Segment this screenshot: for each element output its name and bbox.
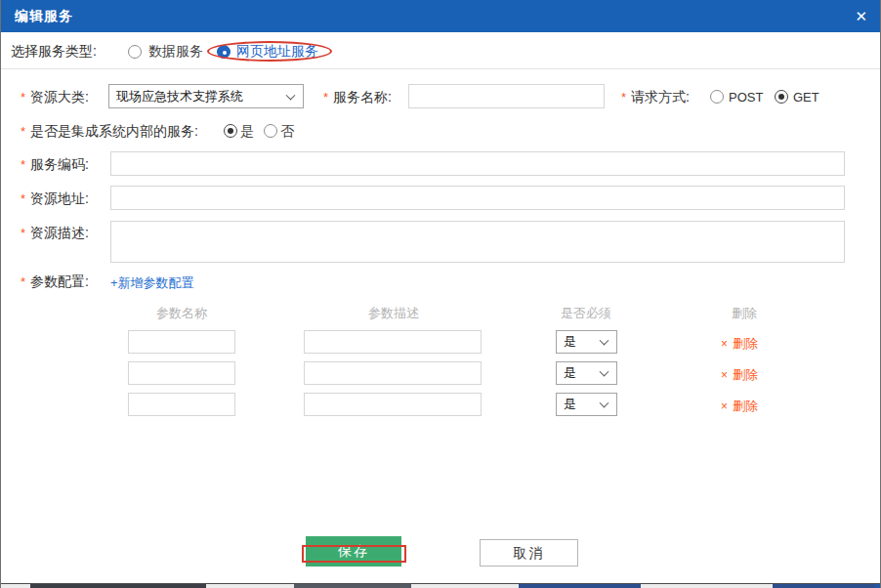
- param-description-input[interactable]: [304, 393, 482, 416]
- header-delete: 删除: [732, 305, 757, 322]
- service-type-label: 选择服务类型:: [11, 43, 97, 61]
- required-marker: *: [323, 90, 328, 105]
- required-marker: *: [21, 157, 25, 172]
- chevron-down-icon: [600, 367, 609, 377]
- param-required-select[interactable]: 是: [556, 393, 617, 416]
- delete-param-link[interactable]: ×删除: [721, 366, 758, 384]
- param-required-value: 是: [564, 396, 576, 413]
- resource-description-textarea[interactable]: [110, 221, 845, 263]
- param-name-input[interactable]: [128, 330, 235, 354]
- param-required-value: 是: [564, 333, 576, 351]
- save-button[interactable]: 保存: [306, 536, 401, 567]
- option-data-service[interactable]: 数据服务: [148, 43, 203, 61]
- internal-service-label: *是否是集成系统内部的服务:: [21, 123, 198, 141]
- resource-description-label: *资源描述:: [21, 225, 89, 242]
- background-fragment: [773, 584, 875, 588]
- option-no[interactable]: 否: [280, 123, 294, 141]
- chevron-down-icon: [600, 399, 609, 408]
- option-yes[interactable]: 是: [240, 123, 254, 141]
- background-window-edge: [1, 584, 880, 588]
- edit-service-dialog: 编辑服务 ✕ 选择服务类型: 数据服务 网页地址服务 *资源大类: 现场应急技术…: [0, 0, 881, 588]
- resource-address-input[interactable]: [110, 186, 845, 210]
- required-marker: *: [621, 90, 626, 105]
- required-marker: *: [21, 124, 25, 139]
- required-marker: *: [21, 226, 25, 240]
- resource-category-select[interactable]: 现场应急技术支撑系统: [108, 84, 304, 108]
- param-name-input[interactable]: [128, 361, 235, 385]
- header-param-name: 参数名称: [156, 305, 207, 322]
- header-param-description: 参数描述: [368, 305, 419, 322]
- background-fragment: [30, 584, 206, 588]
- radio-yes[interactable]: [224, 124, 237, 138]
- option-post[interactable]: POST: [729, 90, 763, 105]
- background-fragment: [294, 584, 411, 588]
- delete-param-link[interactable]: ×删除: [721, 398, 758, 415]
- param-required-value: 是: [564, 364, 576, 382]
- dialog-title: 编辑服务: [15, 0, 73, 32]
- delete-x-icon: ×: [721, 337, 728, 351]
- chevron-down-icon: [600, 336, 609, 346]
- header-required: 是否必须: [561, 305, 611, 322]
- service-name-input[interactable]: [408, 84, 605, 108]
- option-web-address-service[interactable]: 网页地址服务: [236, 43, 318, 61]
- option-get[interactable]: GET: [793, 90, 819, 105]
- delete-param-link[interactable]: ×删除: [721, 335, 758, 353]
- resource-category-value: 现场应急技术支撑系统: [116, 88, 243, 105]
- titlebar: 编辑服务 ✕: [1, 0, 880, 32]
- required-marker: *: [21, 191, 25, 206]
- param-config-label: *参数配置:: [21, 273, 89, 291]
- background-fragment: [875, 584, 881, 588]
- radio-get[interactable]: [775, 90, 788, 104]
- radio-post[interactable]: [710, 90, 724, 104]
- service-code-input[interactable]: [110, 151, 845, 176]
- param-description-input[interactable]: [304, 361, 482, 385]
- background-fragment: [519, 584, 641, 588]
- close-icon[interactable]: ✕: [855, 0, 867, 32]
- cancel-button[interactable]: 取消: [480, 539, 578, 567]
- add-param-link[interactable]: +新增参数配置: [110, 274, 194, 292]
- radio-web-address-service[interactable]: [217, 45, 231, 59]
- divider: [1, 68, 880, 69]
- resource-category-label: *资源大类:: [21, 89, 89, 106]
- service-code-label: *服务编码:: [21, 156, 89, 174]
- param-required-select[interactable]: 是: [556, 361, 617, 385]
- resource-address-label: *资源地址:: [21, 190, 89, 208]
- required-marker: *: [21, 274, 25, 289]
- radio-data-service[interactable]: [128, 45, 142, 59]
- param-description-input[interactable]: [304, 330, 482, 354]
- param-name-input[interactable]: [128, 393, 235, 416]
- delete-x-icon: ×: [721, 368, 728, 382]
- service-name-label: *服务名称:: [323, 89, 392, 106]
- request-method-label: *请求方式:: [621, 89, 690, 106]
- chevron-down-icon: [286, 90, 296, 100]
- required-marker: *: [21, 90, 25, 105]
- delete-x-icon: ×: [721, 399, 728, 413]
- param-required-select[interactable]: 是: [556, 330, 617, 354]
- radio-no[interactable]: [264, 124, 277, 138]
